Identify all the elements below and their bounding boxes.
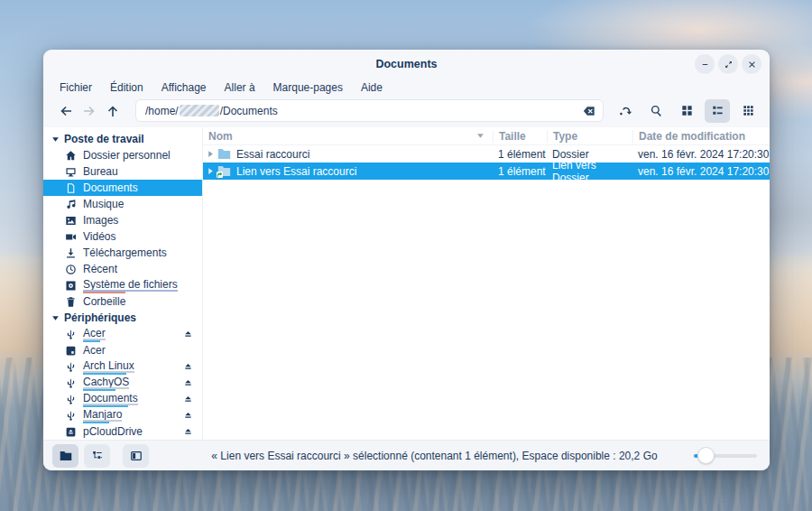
sidebar-item-label: Documents — [83, 393, 138, 404]
eject-icon[interactable] — [183, 330, 193, 339]
home-icon — [65, 150, 77, 162]
sidebar-item-documents[interactable]: Documents — [43, 180, 202, 196]
icon-view-icon[interactable] — [674, 99, 699, 123]
column-header-size[interactable]: Taille — [493, 130, 547, 143]
sidebar-item-acer[interactable]: Acer — [43, 342, 202, 358]
sidebar-item-recent[interactable]: Récent — [43, 261, 202, 277]
clock-icon — [65, 264, 77, 275]
eject-icon[interactable] — [183, 427, 193, 437]
path-bar[interactable]: /home/ /Documents — [135, 99, 604, 122]
column-headers: Nom Taille Type Date de modification — [203, 127, 770, 145]
menu-affichage[interactable]: Affichage — [153, 79, 215, 96]
filesystem-icon — [65, 280, 77, 292]
back-arrow-icon[interactable] — [54, 100, 78, 122]
zoom-slider-handle[interactable] — [697, 447, 715, 464]
side-pane-toggle-button[interactable] — [123, 444, 149, 468]
sort-descending-icon — [476, 132, 484, 140]
sidebar-item-label: Corbeille — [83, 296, 125, 307]
menu-marquepages[interactable]: Marque-pages — [265, 79, 351, 96]
sidebar-item-dossier-personnel[interactable]: Dossier personnel — [43, 147, 202, 163]
sidebar-section-header[interactable]: Périphériques — [43, 310, 202, 326]
image-icon — [65, 215, 77, 227]
file-manager-window: Documents FichierÉditionAffichageAller à… — [43, 50, 770, 470]
path-before: /home/ — [145, 105, 179, 117]
sidebar-item-acer[interactable]: Acer — [43, 326, 202, 342]
sidebar-item-label: Acer — [83, 345, 106, 356]
disk-usage-bar — [83, 290, 178, 292]
up-arrow-icon[interactable] — [101, 100, 125, 122]
file-rows: Essai raccourci1 élémentDossierven. 16 f… — [203, 145, 770, 180]
sidebar-item-label: Acer — [83, 328, 106, 339]
places-pane-button[interactable] — [52, 444, 78, 468]
drive-icon — [65, 345, 77, 357]
menu-edition[interactable]: Édition — [102, 79, 152, 96]
usb-icon — [65, 329, 77, 340]
maximize-button[interactable] — [718, 54, 738, 74]
expander-icon[interactable] — [203, 167, 217, 175]
compact-view-icon[interactable] — [735, 99, 761, 123]
file-date: ven. 16 févr. 2024 17:20:30 — [632, 165, 770, 178]
sidebar-item-corbeille[interactable]: Corbeille — [43, 293, 202, 310]
eject-icon[interactable] — [183, 362, 193, 372]
file-size: 1 élément — [493, 148, 547, 161]
eject-icon[interactable] — [183, 411, 193, 421]
file-name: Lien vers Essai raccourci — [236, 165, 356, 178]
sidebar-item-label: Vidéos — [83, 231, 115, 242]
close-button[interactable] — [742, 54, 761, 74]
window-title: Documents — [375, 58, 437, 70]
sidebar-item-label: Téléchargements — [83, 247, 167, 258]
sidebar-item-arch-linux[interactable]: Arch Linux — [43, 358, 202, 375]
forward-arrow-icon[interactable] — [78, 100, 101, 122]
collapse-arrow-icon — [51, 314, 60, 322]
expander-icon[interactable] — [203, 150, 217, 158]
sidebar-item-videos[interactable]: Vidéos — [43, 228, 202, 245]
zoom-slider[interactable] — [694, 447, 757, 465]
sidebar-item-musique[interactable]: Musique — [43, 196, 202, 212]
usb-icon — [65, 377, 77, 389]
sidebar-item-label: Arch Linux — [83, 360, 134, 371]
disk-usage-bar — [83, 420, 122, 422]
sidebar-item-manjaro[interactable]: Manjaro — [43, 407, 202, 423]
sidebar-item-cachyos[interactable]: CachyOS — [43, 375, 202, 391]
minimize-button[interactable] — [695, 54, 715, 74]
sidebar-item-label: pCloudDrive — [83, 426, 143, 437]
column-header-date[interactable]: Date de modification — [632, 130, 770, 143]
goto-icon[interactable] — [613, 99, 638, 123]
disk-usage-bar — [83, 339, 106, 340]
file-name: Essai raccourci — [236, 148, 309, 161]
drive-eject-icon — [65, 426, 77, 438]
clear-path-button[interactable] — [582, 105, 596, 117]
file-list-pane: Nom Taille Type Date de modification Ess… — [203, 127, 770, 440]
menu-aller-a[interactable]: Aller à — [217, 79, 263, 96]
disk-usage-bar — [83, 387, 129, 389]
file-row[interactable]: Lien vers Essai raccourci1 élémentLien v… — [203, 163, 770, 180]
eject-icon[interactable] — [183, 378, 193, 388]
collapse-arrow-icon — [51, 135, 60, 144]
directory-tree-button[interactable] — [84, 444, 110, 468]
sidebar-item-telechargements[interactable]: Téléchargements — [43, 245, 202, 261]
column-header-type[interactable]: Type — [547, 130, 632, 143]
search-icon[interactable] — [643, 99, 669, 123]
eject-icon[interactable] — [183, 395, 193, 404]
sidebar-item-documents[interactable]: Documents — [43, 391, 202, 407]
desktop-icon — [65, 166, 77, 178]
sidebar-item-bureau[interactable]: Bureau — [43, 163, 202, 180]
sidebar-item-label: CachyOS — [83, 376, 129, 387]
file-row[interactable]: Essai raccourci1 élémentDossierven. 16 f… — [203, 145, 770, 163]
sidebar-item-pclouddrive[interactable]: pCloudDrive — [43, 423, 202, 440]
menu-aide[interactable]: Aide — [353, 79, 391, 96]
sidebar-item-label: Bureau — [83, 166, 118, 177]
column-header-name[interactable]: Nom — [203, 130, 493, 143]
sidebar-item-systeme-de-fichiers[interactable]: Système de fichiers — [43, 277, 202, 293]
sidebar-item-label: Musique — [83, 199, 124, 209]
list-view-icon[interactable] — [705, 99, 730, 123]
titlebar[interactable]: Documents — [43, 50, 770, 78]
usb-icon — [65, 410, 77, 422]
menu-fichier[interactable]: Fichier — [51, 79, 100, 96]
music-icon — [65, 199, 77, 210]
sidebar-section-label: Poste de travail — [64, 133, 144, 145]
sidebar-item-images[interactable]: Images — [43, 212, 202, 228]
download-icon — [65, 247, 77, 259]
places-sidebar: Poste de travailDossier personnelBureauD… — [43, 127, 203, 440]
sidebar-section-header[interactable]: Poste de travail — [43, 131, 202, 147]
